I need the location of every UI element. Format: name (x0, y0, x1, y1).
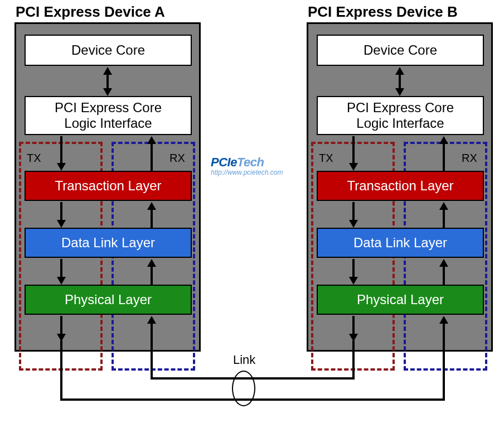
link-ellipse (232, 371, 255, 406)
link-lines (0, 0, 504, 437)
